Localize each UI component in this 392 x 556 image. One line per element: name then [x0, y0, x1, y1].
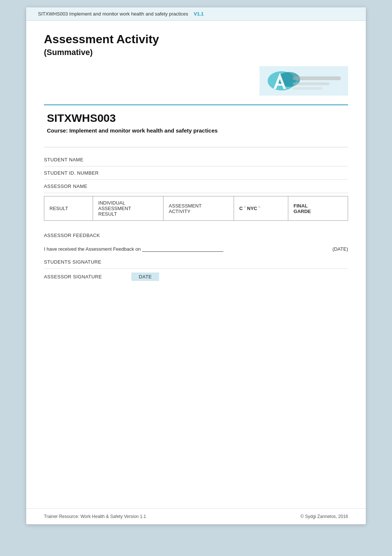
individual-assessment-result: INDIVIDUAL ASSESSMENT RESULT [93, 196, 164, 221]
individual-line1: INDIVIDUAL [98, 200, 125, 206]
svg-rect-3 [293, 76, 341, 80]
student-id-row: STUDENT ID. NUMBER [44, 167, 348, 180]
assessor-feedback-section: ASSESSOR FEEDBACK [44, 224, 348, 243]
spacer [44, 285, 348, 500]
page-wrapper: SITXWHS003 Implement and monitor work he… [26, 7, 366, 524]
activity-line1: ASSESSMENT [169, 203, 202, 209]
main-content: Assessment Activity (Summative) [26, 21, 366, 508]
assessor-name-row: ASSESSOR NAME [44, 180, 348, 193]
logo-image [259, 66, 348, 96]
header-bar: SITXWHS003 Implement and monitor work he… [26, 7, 366, 21]
received-text: I have received the Assessment Feedback … [44, 246, 141, 252]
main-title: Assessment Activity [44, 32, 348, 46]
assessment-activity-cell: ASSESSMENT ACTIVITY [164, 196, 234, 221]
date-box: DATE [131, 272, 159, 281]
svg-rect-5 [293, 87, 322, 90]
final-grade-cell: FINAL GARDE [288, 196, 348, 221]
title-section: Assessment Activity (Summative) [44, 32, 348, 57]
received-line: I have received the Assessment Feedback … [44, 243, 348, 255]
course-code: SITXWHS003 [47, 112, 348, 124]
footer-left: Trainer Resource: Work Health & Safety V… [44, 514, 146, 519]
final-line1: FINAL [293, 203, 307, 209]
svg-rect-7 [276, 84, 284, 86]
assessor-signature-row: ASSESSOR SIGNATURE DATE [44, 269, 348, 285]
info-section: STUDENT NAME STUDENT ID. NUMBER ASSESSOR… [44, 147, 348, 193]
result-label: RESULT [44, 196, 93, 221]
subtitle: (Summative) [44, 48, 348, 57]
individual-line3: RESULT [98, 211, 117, 217]
received-underline [142, 247, 223, 252]
footer-right: © Sydgi Zannetos, 2016 [300, 514, 348, 519]
breadcrumb-text: SITXWHS003 Implement and monitor work he… [38, 11, 188, 17]
feedback-title: ASSESSOR FEEDBACK [44, 229, 348, 240]
assessor-signature-label: ASSESSOR SIGNATURE [44, 274, 102, 279]
course-name: Course: Implement and monitor work healt… [47, 127, 348, 134]
student-name-row: STUDENT NAME [44, 153, 348, 167]
date-placeholder: (DATE) [324, 246, 348, 252]
final-line2: GARDE [293, 209, 311, 214]
svg-rect-4 [293, 82, 330, 85]
logo-area [44, 66, 348, 96]
individual-line2: ASSESSMENT [98, 206, 131, 211]
activity-line2: ACTIVITY [169, 209, 190, 214]
footer: Trainer Resource: Work Health & Safety V… [26, 508, 366, 524]
results-table: RESULT INDIVIDUAL ASSESSMENT RESULT ASSE… [44, 196, 348, 221]
course-section: SITXWHS003 Course: Implement and monitor… [44, 104, 348, 143]
version-label: V1.1 [194, 11, 204, 17]
students-signature-row: STUDENTS SIGNATURE [44, 255, 348, 269]
c-nyc-cell: C ¨ NYC ¨ [234, 196, 288, 221]
